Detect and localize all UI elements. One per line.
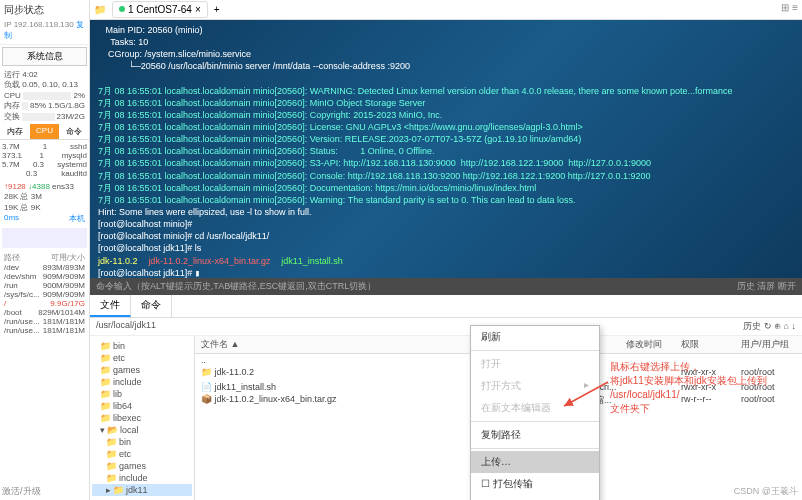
folder-icon: 📁 <box>100 377 111 387</box>
breadcrumb-path[interactable]: /usr/local/jdk11 <box>96 320 156 333</box>
folder-icon: 📁 <box>106 437 117 447</box>
folder-icon: 📁 <box>106 461 117 471</box>
tree-item[interactable]: 📁etc <box>92 352 192 364</box>
file-toolbar[interactable]: 历史 ↻ ⊕ ⌂ ↓ <box>743 320 796 333</box>
context-menu: 刷新 打开 打开方式 ▸ 在新文本编辑器 复制路径 上传… ☐ 打包传输 新建 … <box>470 325 600 500</box>
menu-upload[interactable]: 上传… <box>471 451 599 473</box>
footer-activate[interactable]: 激活/升级 <box>2 485 41 498</box>
tree-item[interactable]: 📁include <box>92 376 192 388</box>
tree-item[interactable]: 📁lib <box>92 388 192 400</box>
process-list: 3.7M1sshd 373.11mysqld 5.7M0.3systemd 0.… <box>0 140 89 180</box>
folder-icon: 📁 <box>106 449 117 459</box>
uptime: 运行 4:02 <box>4 70 85 80</box>
load-avg: 负载 0.05, 0.10, 0.13 <box>4 80 85 90</box>
annotation-text: 鼠标右键选择上传， 将jdk11安装脚本和jdk安装包上传到 /usr/loca… <box>610 360 767 416</box>
tree-item[interactable]: 📁include <box>92 472 192 484</box>
folder-icon: 📁 <box>113 485 124 495</box>
tree-item-jdk11[interactable]: ▸📁jdk11 <box>92 484 192 496</box>
menu-pack[interactable]: ☐ 打包传输 <box>471 473 599 495</box>
folder-icon[interactable]: 📁 <box>94 4 106 15</box>
folder-icon: 📁 <box>100 353 111 363</box>
menu-copypath[interactable]: 复制路径 <box>471 424 599 446</box>
folder-icon: 📂 <box>107 425 118 435</box>
tab-cpu[interactable]: CPU <box>30 124 60 139</box>
tab-memory[interactable]: 内存 <box>0 124 30 139</box>
tree-item[interactable]: 📁bin <box>92 340 192 352</box>
folder-icon: 📁 <box>100 341 111 351</box>
menu-open: 打开 <box>471 353 599 375</box>
svg-line-0 <box>564 382 608 406</box>
tree-item[interactable]: 📁libexec <box>92 412 192 424</box>
add-tab-icon[interactable]: + <box>214 4 220 15</box>
sync-status-title: 同步状态 <box>4 3 85 17</box>
session-tab[interactable]: 1 CentOS7-64 × <box>112 1 208 18</box>
session-tabs: 📁 1 CentOS7-64 × + <box>90 0 802 20</box>
col-perm[interactable]: 权限 <box>681 338 741 351</box>
folder-icon: 📁 <box>100 401 111 411</box>
annotation-arrow-icon <box>560 380 610 410</box>
col-name[interactable]: 文件名 ▲ <box>201 338 516 351</box>
col-owner[interactable]: 用户/用户组 <box>741 338 796 351</box>
folder-tree: 📁bin 📁etc 📁games 📁include 📁lib 📁lib64 📁l… <box>90 336 195 500</box>
status-dot-icon <box>119 6 125 12</box>
watermark: CSDN @王羲斗 <box>734 485 798 498</box>
menu-new[interactable]: 新建 ▸ <box>471 495 599 500</box>
folder-icon: 📁 <box>106 473 117 483</box>
tab-command[interactable]: 命令 <box>59 124 89 139</box>
ip-address: IP 192.168.118.130 复制 <box>4 19 85 41</box>
folder-icon: 📁 <box>100 365 111 375</box>
col-date[interactable]: 修改时间 <box>626 338 681 351</box>
folder-icon: 📁 <box>100 389 111 399</box>
window-icons[interactable]: ⊞ ≡ <box>781 2 798 13</box>
system-info-button[interactable]: 系统信息 <box>2 47 87 66</box>
tree-item[interactable]: 📁games <box>92 460 192 472</box>
tree-item[interactable]: ▾📂local <box>92 424 192 436</box>
sidebar: 同步状态 IP 192.168.118.130 复制 系统信息 运行 4:02 … <box>0 0 90 500</box>
tab-commands[interactable]: 命令 <box>131 295 172 317</box>
folder-icon: 📁 <box>100 413 111 423</box>
terminal-hint: 命令输入（按ALT键提示历史,TAB键路径,ESC键返回,双击CTRL切换） 历… <box>90 278 802 295</box>
tab-files[interactable]: 文件 <box>90 295 131 317</box>
tree-item[interactable]: 📁games <box>92 364 192 376</box>
tree-item[interactable]: 📁etc <box>92 448 192 460</box>
close-icon[interactable]: × <box>195 4 201 15</box>
menu-refresh[interactable]: 刷新 <box>471 326 599 348</box>
terminal-output[interactable]: Main PID: 20560 (minio) Tasks: 10 CGroup… <box>90 20 802 278</box>
tree-item[interactable]: 📁lib64 <box>92 400 192 412</box>
tree-item[interactable]: 📁bin <box>92 436 192 448</box>
